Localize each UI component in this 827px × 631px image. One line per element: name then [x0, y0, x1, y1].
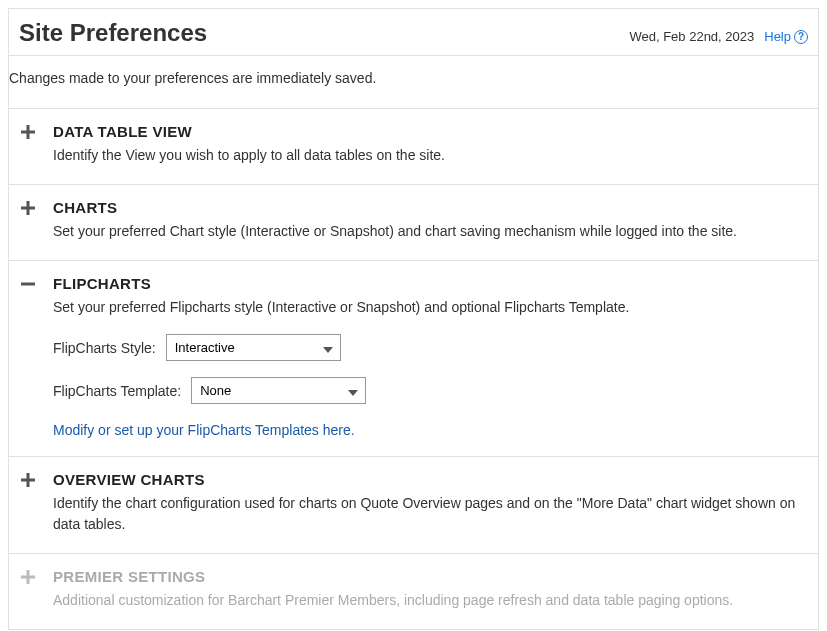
svg-rect-8 [21, 576, 35, 579]
svg-rect-3 [21, 207, 35, 210]
section-flipcharts: FLIPCHARTS Set your preferred Flipcharts… [9, 260, 818, 456]
section-data-table-view: DATA TABLE VIEW Identify the View you wi… [9, 108, 818, 184]
section-desc: Set your preferred Flipcharts style (Int… [53, 297, 808, 318]
section-title: PREMIER SETTINGS [53, 568, 808, 585]
section-desc: Identify the chart configuration used fo… [53, 493, 808, 535]
svg-rect-6 [21, 479, 35, 482]
flipcharts-template-label: FlipCharts Template: [53, 383, 181, 399]
section-desc: Set your preferred Chart style (Interact… [53, 221, 808, 242]
flipcharts-templates-link[interactable]: Modify or set up your FlipCharts Templat… [53, 422, 808, 438]
flipcharts-template-row: FlipCharts Template: None [53, 377, 808, 404]
page-title: Site Preferences [19, 19, 207, 47]
expand-icon[interactable] [19, 125, 37, 139]
svg-rect-4 [21, 283, 35, 286]
current-date: Wed, Feb 22nd, 2023 [629, 29, 754, 44]
svg-rect-1 [21, 131, 35, 134]
header-right: Wed, Feb 22nd, 2023 Help ? [629, 29, 808, 44]
expand-icon[interactable] [19, 201, 37, 215]
expand-icon [19, 570, 37, 584]
section-title: CHARTS [53, 199, 808, 216]
section-title: DATA TABLE VIEW [53, 123, 808, 140]
expand-icon[interactable] [19, 473, 37, 487]
help-label: Help [764, 29, 791, 44]
section-title: FLIPCHARTS [53, 275, 808, 292]
preferences-container: Site Preferences Wed, Feb 22nd, 2023 Hel… [8, 8, 819, 630]
collapse-icon[interactable] [19, 277, 37, 291]
intro-text: Changes made to your preferences are imm… [9, 56, 818, 108]
help-icon: ? [794, 30, 808, 44]
flipcharts-style-row: FlipCharts Style: Interactive [53, 334, 808, 361]
section-premier-settings: PREMIER SETTINGS Additional customizatio… [9, 553, 818, 629]
flipcharts-template-select[interactable]: None [191, 377, 366, 404]
section-desc: Additional customization for Barchart Pr… [53, 590, 808, 611]
flipcharts-style-label: FlipCharts Style: [53, 340, 156, 356]
help-link[interactable]: Help ? [764, 29, 808, 44]
section-charts: CHARTS Set your preferred Chart style (I… [9, 184, 818, 260]
section-desc: Identify the View you wish to apply to a… [53, 145, 808, 166]
section-overview-charts: OVERVIEW CHARTS Identify the chart confi… [9, 456, 818, 553]
section-title: OVERVIEW CHARTS [53, 471, 808, 488]
page-header: Site Preferences Wed, Feb 22nd, 2023 Hel… [9, 9, 818, 56]
flipcharts-style-select[interactable]: Interactive [166, 334, 341, 361]
